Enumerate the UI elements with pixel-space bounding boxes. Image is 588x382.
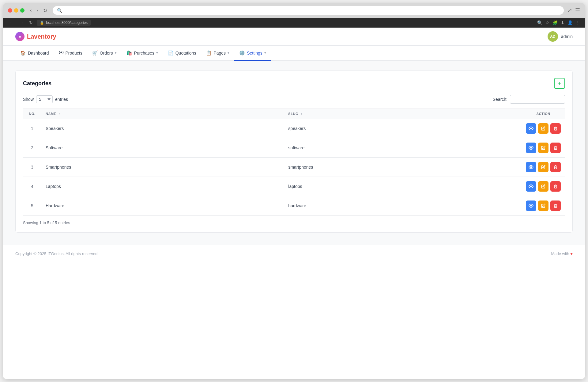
browser-forward-button[interactable]: › xyxy=(35,6,40,15)
cell-slug: software xyxy=(284,138,522,158)
search-box: Search: xyxy=(493,95,565,104)
app-header: » Laventory AD admin xyxy=(3,28,585,46)
search-icon: 🔍 xyxy=(57,8,62,13)
table-row: 1 Speakers speakers xyxy=(23,119,565,138)
browser-nav-buttons: ‹ › ↻ xyxy=(28,6,49,15)
browser-titlebar: ‹ › ↻ 🔍 ⤢ ☰ xyxy=(3,3,585,18)
entries-label: entries xyxy=(55,97,68,102)
copyright-text: Copyright © 2025 ITGenius. All rights re… xyxy=(15,251,99,256)
expand-icon[interactable]: ⤢ xyxy=(567,7,572,14)
view-button[interactable] xyxy=(526,162,536,172)
toolbar-refresh-button[interactable]: ↻ xyxy=(28,20,34,26)
view-button[interactable] xyxy=(526,123,536,134)
edit-button[interactable] xyxy=(538,143,548,153)
dot-yellow[interactable] xyxy=(14,8,18,13)
cell-action xyxy=(522,119,565,138)
menu-icon[interactable]: ☰ xyxy=(575,7,580,14)
categories-card: Categories + Show 5 10 25 50 100 xyxy=(15,70,573,233)
browser-refresh-button[interactable]: ↻ xyxy=(41,6,49,15)
col-header-no: NO. xyxy=(23,109,41,119)
address-bar[interactable]: 🔍 xyxy=(53,6,564,15)
delete-button[interactable] xyxy=(550,181,561,192)
delete-button[interactable] xyxy=(550,201,561,211)
table-body: 1 Speakers speakers xyxy=(23,119,565,216)
chevron-down-icon-pages: ▾ xyxy=(228,51,229,55)
svg-point-1 xyxy=(61,52,61,52)
svg-point-5 xyxy=(530,186,532,187)
main-content: Categories + Show 5 10 25 50 100 xyxy=(3,61,585,245)
more-icon[interactable]: ⋮ xyxy=(576,20,580,25)
user-info: AD admin xyxy=(548,31,573,42)
sidebar-item-settings[interactable]: ⚙️ Settings ▾ xyxy=(234,46,271,61)
browser-dots xyxy=(8,8,24,13)
logo-text: Laventory xyxy=(27,33,56,40)
table-row: 5 Hardware hardware xyxy=(23,196,565,216)
svg-point-2 xyxy=(530,128,532,129)
extensions-icon[interactable]: 🧩 xyxy=(552,20,558,25)
cell-action xyxy=(522,158,565,177)
cell-no: 1 xyxy=(23,119,41,138)
sidebar-item-orders[interactable]: 🛒 Orders ▾ xyxy=(87,46,122,61)
browser-toolbar: ← → ↻ 🔒 localhost:8000/categories 🔍 ☆ 🧩 … xyxy=(3,18,585,28)
nav-label-settings: Settings xyxy=(247,51,262,55)
star-icon[interactable]: ☆ xyxy=(545,20,549,25)
cell-name: Smartphones xyxy=(41,158,284,177)
search-input[interactable] xyxy=(510,95,565,104)
dot-red[interactable] xyxy=(8,8,12,13)
zoom-icon[interactable]: 🔍 xyxy=(537,20,542,25)
settings-icon: ⚙️ xyxy=(239,50,245,56)
sidebar-item-purchases[interactable]: 🛍️ Purchases ▾ xyxy=(122,46,163,61)
dot-green[interactable] xyxy=(20,8,24,13)
cell-slug: smartphones xyxy=(284,158,522,177)
purchases-icon: 🛍️ xyxy=(126,50,132,56)
sidebar-item-pages[interactable]: 📋 Pages ▾ xyxy=(201,46,234,61)
cell-name: Laptops xyxy=(41,177,284,196)
view-button[interactable] xyxy=(526,201,536,211)
logo[interactable]: » Laventory xyxy=(15,32,56,41)
delete-button[interactable] xyxy=(550,162,561,172)
edit-button[interactable] xyxy=(538,123,548,134)
sidebar-item-products[interactable]: Products xyxy=(54,46,87,61)
products-icon xyxy=(59,50,64,56)
app-container: » Laventory AD admin 🏠 Dashboard Product… xyxy=(3,28,585,379)
app-footer: Copyright © 2025 ITGenius. All rights re… xyxy=(3,245,585,262)
profile-icon[interactable]: 👤 xyxy=(567,20,573,25)
categories-table: NO. NAME ↑ SLUG ↕ ACTION xyxy=(23,109,565,216)
edit-button[interactable] xyxy=(538,181,548,192)
col-header-name[interactable]: NAME ↑ xyxy=(41,109,284,119)
browser-frame: ‹ › ↻ 🔍 ⤢ ☰ ← → ↻ 🔒 localhost:8000/categ… xyxy=(3,3,585,379)
edit-button[interactable] xyxy=(538,201,548,211)
nav-label-dashboard: Dashboard xyxy=(28,51,49,55)
toolbar-forward-button[interactable]: → xyxy=(18,20,25,26)
sidebar-item-dashboard[interactable]: 🏠 Dashboard xyxy=(15,46,54,61)
nav-label-pages: Pages xyxy=(213,51,226,55)
add-category-button[interactable]: + xyxy=(554,78,565,89)
entries-select[interactable]: 5 10 25 50 100 xyxy=(36,95,53,103)
toolbar-back-button[interactable]: ← xyxy=(8,20,15,26)
table-controls: Show 5 10 25 50 100 entries Search: xyxy=(23,95,565,104)
made-with-text: Made with ♥ xyxy=(551,251,573,256)
chevron-down-icon: ▾ xyxy=(115,51,117,55)
browser-back-button[interactable]: ‹ xyxy=(28,6,33,15)
cell-action xyxy=(522,196,565,216)
lock-icon: 🔒 xyxy=(40,21,44,25)
download-icon[interactable]: ⬇ xyxy=(561,20,564,25)
cell-name: Hardware xyxy=(41,196,284,216)
delete-button[interactable] xyxy=(550,123,561,134)
delete-button[interactable] xyxy=(550,143,561,153)
user-name: admin xyxy=(561,34,573,39)
view-button[interactable] xyxy=(526,181,536,192)
logo-icon: » xyxy=(15,32,24,41)
pages-icon: 📋 xyxy=(206,50,212,56)
search-label: Search: xyxy=(493,97,507,102)
edit-button[interactable] xyxy=(538,162,548,172)
cell-name: Software xyxy=(41,138,284,158)
col-header-slug[interactable]: SLUG ↕ xyxy=(284,109,522,119)
nav-label-orders: Orders xyxy=(100,51,113,55)
sidebar-item-quotations[interactable]: 📄 Quotations xyxy=(163,46,201,61)
view-button[interactable] xyxy=(526,143,536,153)
nav-label-products: Products xyxy=(66,51,82,55)
toolbar-right-icons: 🔍 ☆ 🧩 ⬇ 👤 ⋮ xyxy=(537,20,580,25)
toolbar-url-bar[interactable]: 🔒 localhost:8000/categories xyxy=(37,20,91,26)
home-icon: 🏠 xyxy=(20,50,26,56)
